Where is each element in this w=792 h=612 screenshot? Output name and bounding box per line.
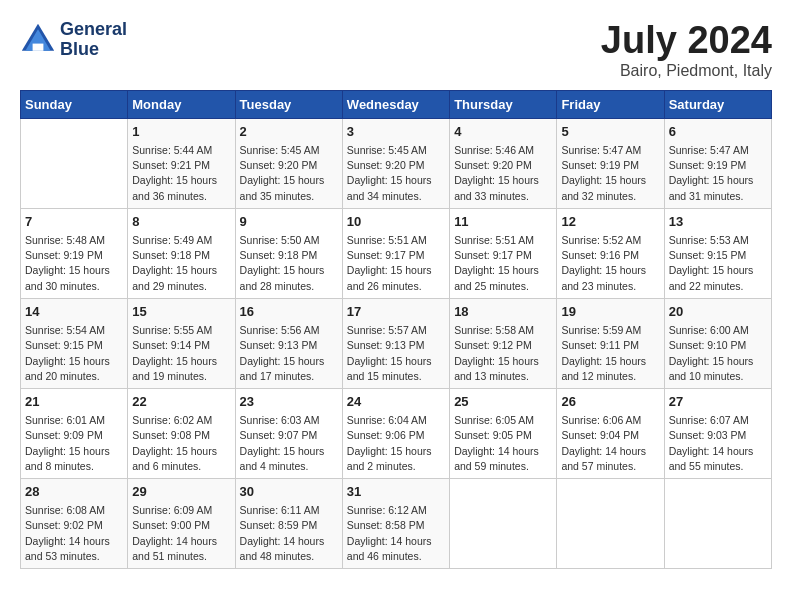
calendar-cell: 24Sunrise: 6:04 AM Sunset: 9:06 PM Dayli… <box>342 388 449 478</box>
location: Bairo, Piedmont, Italy <box>601 62 772 80</box>
day-info: Sunrise: 5:45 AM Sunset: 9:20 PM Dayligh… <box>240 143 338 204</box>
calendar-cell: 20Sunrise: 6:00 AM Sunset: 9:10 PM Dayli… <box>664 298 771 388</box>
logo: General Blue <box>20 20 127 60</box>
day-number: 22 <box>132 393 230 411</box>
month-title: July 2024 <box>601 20 772 62</box>
day-number: 25 <box>454 393 552 411</box>
day-number: 2 <box>240 123 338 141</box>
day-number: 8 <box>132 213 230 231</box>
day-header-sunday: Sunday <box>21 90 128 118</box>
calendar-cell: 3Sunrise: 5:45 AM Sunset: 9:20 PM Daylig… <box>342 118 449 208</box>
day-number: 14 <box>25 303 123 321</box>
day-number: 5 <box>561 123 659 141</box>
day-number: 15 <box>132 303 230 321</box>
day-header-monday: Monday <box>128 90 235 118</box>
logo-text: General Blue <box>60 20 127 60</box>
day-number: 3 <box>347 123 445 141</box>
day-number: 27 <box>669 393 767 411</box>
calendar-cell: 30Sunrise: 6:11 AM Sunset: 8:59 PM Dayli… <box>235 479 342 569</box>
day-info: Sunrise: 6:06 AM Sunset: 9:04 PM Dayligh… <box>561 413 659 474</box>
day-number: 18 <box>454 303 552 321</box>
day-info: Sunrise: 6:03 AM Sunset: 9:07 PM Dayligh… <box>240 413 338 474</box>
day-number: 24 <box>347 393 445 411</box>
calendar-cell <box>450 479 557 569</box>
day-info: Sunrise: 5:46 AM Sunset: 9:20 PM Dayligh… <box>454 143 552 204</box>
calendar-cell: 10Sunrise: 5:51 AM Sunset: 9:17 PM Dayli… <box>342 208 449 298</box>
day-header-thursday: Thursday <box>450 90 557 118</box>
day-number: 11 <box>454 213 552 231</box>
calendar-cell: 12Sunrise: 5:52 AM Sunset: 9:16 PM Dayli… <box>557 208 664 298</box>
day-info: Sunrise: 5:50 AM Sunset: 9:18 PM Dayligh… <box>240 233 338 294</box>
day-info: Sunrise: 6:08 AM Sunset: 9:02 PM Dayligh… <box>25 503 123 564</box>
calendar-cell: 21Sunrise: 6:01 AM Sunset: 9:09 PM Dayli… <box>21 388 128 478</box>
day-info: Sunrise: 5:53 AM Sunset: 9:15 PM Dayligh… <box>669 233 767 294</box>
calendar-cell: 15Sunrise: 5:55 AM Sunset: 9:14 PM Dayli… <box>128 298 235 388</box>
calendar-cell: 19Sunrise: 5:59 AM Sunset: 9:11 PM Dayli… <box>557 298 664 388</box>
day-number: 4 <box>454 123 552 141</box>
day-info: Sunrise: 5:55 AM Sunset: 9:14 PM Dayligh… <box>132 323 230 384</box>
day-number: 13 <box>669 213 767 231</box>
day-number: 28 <box>25 483 123 501</box>
day-info: Sunrise: 6:02 AM Sunset: 9:08 PM Dayligh… <box>132 413 230 474</box>
calendar-week-row: 1Sunrise: 5:44 AM Sunset: 9:21 PM Daylig… <box>21 118 772 208</box>
calendar-cell: 2Sunrise: 5:45 AM Sunset: 9:20 PM Daylig… <box>235 118 342 208</box>
day-info: Sunrise: 6:11 AM Sunset: 8:59 PM Dayligh… <box>240 503 338 564</box>
calendar-cell: 17Sunrise: 5:57 AM Sunset: 9:13 PM Dayli… <box>342 298 449 388</box>
calendar-cell: 25Sunrise: 6:05 AM Sunset: 9:05 PM Dayli… <box>450 388 557 478</box>
day-info: Sunrise: 6:07 AM Sunset: 9:03 PM Dayligh… <box>669 413 767 474</box>
day-number: 1 <box>132 123 230 141</box>
calendar-cell: 18Sunrise: 5:58 AM Sunset: 9:12 PM Dayli… <box>450 298 557 388</box>
day-header-tuesday: Tuesday <box>235 90 342 118</box>
calendar-cell: 9Sunrise: 5:50 AM Sunset: 9:18 PM Daylig… <box>235 208 342 298</box>
day-number: 21 <box>25 393 123 411</box>
calendar-cell: 27Sunrise: 6:07 AM Sunset: 9:03 PM Dayli… <box>664 388 771 478</box>
calendar-cell: 26Sunrise: 6:06 AM Sunset: 9:04 PM Dayli… <box>557 388 664 478</box>
day-info: Sunrise: 5:56 AM Sunset: 9:13 PM Dayligh… <box>240 323 338 384</box>
calendar-cell: 13Sunrise: 5:53 AM Sunset: 9:15 PM Dayli… <box>664 208 771 298</box>
day-number: 26 <box>561 393 659 411</box>
day-number: 9 <box>240 213 338 231</box>
day-number: 12 <box>561 213 659 231</box>
day-header-saturday: Saturday <box>664 90 771 118</box>
day-info: Sunrise: 5:59 AM Sunset: 9:11 PM Dayligh… <box>561 323 659 384</box>
svg-rect-2 <box>33 43 44 50</box>
calendar-cell: 1Sunrise: 5:44 AM Sunset: 9:21 PM Daylig… <box>128 118 235 208</box>
calendar-body: 1Sunrise: 5:44 AM Sunset: 9:21 PM Daylig… <box>21 118 772 568</box>
calendar-cell: 7Sunrise: 5:48 AM Sunset: 9:19 PM Daylig… <box>21 208 128 298</box>
calendar-cell: 29Sunrise: 6:09 AM Sunset: 9:00 PM Dayli… <box>128 479 235 569</box>
calendar-cell: 23Sunrise: 6:03 AM Sunset: 9:07 PM Dayli… <box>235 388 342 478</box>
calendar-cell: 16Sunrise: 5:56 AM Sunset: 9:13 PM Dayli… <box>235 298 342 388</box>
day-info: Sunrise: 6:12 AM Sunset: 8:58 PM Dayligh… <box>347 503 445 564</box>
page-header: General Blue July 2024 Bairo, Piedmont, … <box>20 20 772 80</box>
day-number: 20 <box>669 303 767 321</box>
day-info: Sunrise: 6:04 AM Sunset: 9:06 PM Dayligh… <box>347 413 445 474</box>
day-info: Sunrise: 6:05 AM Sunset: 9:05 PM Dayligh… <box>454 413 552 474</box>
calendar-cell: 14Sunrise: 5:54 AM Sunset: 9:15 PM Dayli… <box>21 298 128 388</box>
title-block: July 2024 Bairo, Piedmont, Italy <box>601 20 772 80</box>
day-info: Sunrise: 5:49 AM Sunset: 9:18 PM Dayligh… <box>132 233 230 294</box>
calendar-cell: 5Sunrise: 5:47 AM Sunset: 9:19 PM Daylig… <box>557 118 664 208</box>
day-number: 30 <box>240 483 338 501</box>
day-info: Sunrise: 6:00 AM Sunset: 9:10 PM Dayligh… <box>669 323 767 384</box>
calendar-cell <box>21 118 128 208</box>
day-info: Sunrise: 5:54 AM Sunset: 9:15 PM Dayligh… <box>25 323 123 384</box>
calendar-cell: 28Sunrise: 6:08 AM Sunset: 9:02 PM Dayli… <box>21 479 128 569</box>
day-info: Sunrise: 6:01 AM Sunset: 9:09 PM Dayligh… <box>25 413 123 474</box>
day-header-friday: Friday <box>557 90 664 118</box>
day-number: 10 <box>347 213 445 231</box>
day-info: Sunrise: 5:45 AM Sunset: 9:20 PM Dayligh… <box>347 143 445 204</box>
calendar-week-row: 7Sunrise: 5:48 AM Sunset: 9:19 PM Daylig… <box>21 208 772 298</box>
day-number: 19 <box>561 303 659 321</box>
day-number: 23 <box>240 393 338 411</box>
day-number: 17 <box>347 303 445 321</box>
logo-icon <box>20 22 56 58</box>
day-number: 31 <box>347 483 445 501</box>
calendar-cell: 6Sunrise: 5:47 AM Sunset: 9:19 PM Daylig… <box>664 118 771 208</box>
day-info: Sunrise: 5:57 AM Sunset: 9:13 PM Dayligh… <box>347 323 445 384</box>
day-info: Sunrise: 5:58 AM Sunset: 9:12 PM Dayligh… <box>454 323 552 384</box>
calendar-cell: 4Sunrise: 5:46 AM Sunset: 9:20 PM Daylig… <box>450 118 557 208</box>
day-number: 29 <box>132 483 230 501</box>
day-info: Sunrise: 5:51 AM Sunset: 9:17 PM Dayligh… <box>347 233 445 294</box>
calendar-cell: 11Sunrise: 5:51 AM Sunset: 9:17 PM Dayli… <box>450 208 557 298</box>
day-info: Sunrise: 6:09 AM Sunset: 9:00 PM Dayligh… <box>132 503 230 564</box>
